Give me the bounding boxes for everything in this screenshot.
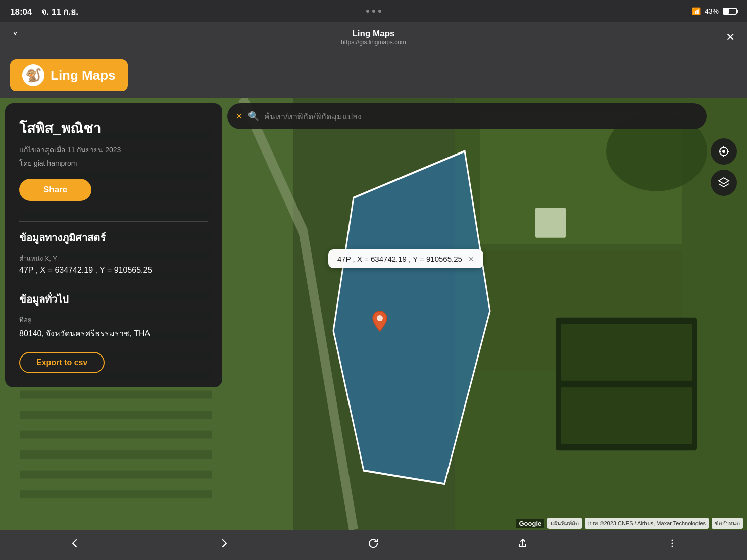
svg-point-36 <box>377 315 383 321</box>
edit-date: แก้ไขล่าสุดเมื่อ 11 กันยายน 2023 <box>19 144 208 156</box>
geo-section-title: ข้อมูลทางภูมิศาสตร์ <box>19 230 208 246</box>
app-header: 🐒 Ling Maps <box>0 53 747 98</box>
nav-forward-button[interactable] <box>209 534 240 556</box>
dot3 <box>378 10 381 13</box>
share-button[interactable]: Share <box>19 179 91 201</box>
layer-button[interactable] <box>711 170 737 196</box>
position-value: 47P , X = 634742.19 , Y = 910565.25 <box>19 266 208 275</box>
svg-rect-25 <box>561 324 692 381</box>
terms-button[interactable]: ข้อกำหนด <box>712 518 743 529</box>
svg-point-39 <box>672 546 673 547</box>
coord-text: 47P , X = 634742.19 , Y = 910565.25 <box>337 254 462 263</box>
address-value: 80140, จังหวัดนครศรีธรรมราช, THA <box>19 327 208 340</box>
svg-rect-23 <box>480 251 682 371</box>
search-icon: 🔍 <box>248 111 259 122</box>
svg-rect-18 <box>20 450 212 459</box>
dot2 <box>372 10 375 13</box>
nav-back-button[interactable] <box>59 534 90 556</box>
nav-refresh-button[interactable] <box>358 534 389 556</box>
bottom-nav <box>0 530 747 560</box>
location-pin <box>371 310 389 337</box>
app-logo[interactable]: 🐒 Ling Maps <box>10 59 128 91</box>
browser-chrome: ˅ Ling Maps https://gis.lingmaps.com ✕ <box>0 22 747 53</box>
svg-point-38 <box>672 543 673 544</box>
status-bar: 18:04 จ. 11 ก.ย. 📶 43% <box>0 0 747 22</box>
svg-rect-19 <box>20 471 212 479</box>
browser-back-button[interactable]: ˅ <box>12 30 18 44</box>
svg-rect-20 <box>20 490 212 498</box>
google-logo: Google <box>516 519 544 528</box>
divider-2 <box>19 283 208 283</box>
svg-rect-15 <box>20 391 212 399</box>
app-name: Ling Maps <box>51 68 116 83</box>
svg-rect-21 <box>455 98 747 530</box>
map-attribution: Google แผ้นพิมพ์ลัด ภาพ ©2023 CNES / Air… <box>516 518 743 529</box>
nav-menu-button[interactable] <box>657 534 688 556</box>
wifi-icon: 📶 <box>692 7 701 15</box>
info-panel: โสพิส_พณิชา แก้ไขล่าสุดเมื่อ 11 กันยายน … <box>5 103 222 387</box>
browser-title: Ling Maps <box>341 29 406 39</box>
author: โดย giat hamprom <box>19 158 208 169</box>
location-button[interactable] <box>711 138 737 165</box>
svg-point-37 <box>672 540 673 541</box>
svg-rect-26 <box>561 387 692 444</box>
svg-rect-17 <box>20 431 212 439</box>
battery-icon <box>723 8 737 15</box>
export-button[interactable]: Export to csv <box>19 352 105 373</box>
main-content: โสพิส_พณิชา แก้ไขล่าสุดเมื่อ 11 กันยายน … <box>0 98 747 530</box>
browser-url: https://gis.lingmaps.com <box>341 39 406 46</box>
print-shortcut[interactable]: แผ้นพิมพ์ลัด <box>547 518 582 529</box>
svg-point-31 <box>722 150 725 153</box>
monkey-icon: 🐒 <box>22 64 44 86</box>
svg-marker-28 <box>333 151 490 484</box>
svg-rect-24 <box>556 318 697 450</box>
copyright-info: ภาพ ©2023 CNES / Airbus, Maxar Technolog… <box>585 518 709 529</box>
search-close-button[interactable]: ✕ <box>235 111 243 122</box>
address-label: ที่อยู่ <box>19 315 208 325</box>
status-time: 18:04 จ. 11 ก.ย. <box>10 5 78 18</box>
search-bar: ✕ 🔍 ค้นหา/หาพิกัด/พิกัดมุมแปลง <box>227 103 707 129</box>
status-right: 📶 43% <box>692 7 737 15</box>
browser-dots <box>366 10 381 13</box>
divider-1 <box>19 221 208 222</box>
coord-tooltip: 47P , X = 634742.19 , Y = 910565.25 ✕ <box>328 249 483 268</box>
browser-title-area: Ling Maps https://gis.lingmaps.com <box>341 29 406 46</box>
svg-rect-16 <box>20 411 212 419</box>
svg-rect-29 <box>535 208 566 237</box>
parcel-title: โสพิส_พณิชา <box>19 117 208 139</box>
dot1 <box>366 10 369 13</box>
svg-rect-22 <box>480 111 682 244</box>
general-section-title: ข้อมูลทั่วไป <box>19 291 208 308</box>
search-placeholder[interactable]: ค้นหา/หาพิกัด/พิกัดมุมแปลง <box>264 110 699 123</box>
position-label: ตำแหน่ง X, Y <box>19 253 208 264</box>
browser-close-button[interactable]: ✕ <box>726 31 735 44</box>
coord-close-button[interactable]: ✕ <box>468 255 474 263</box>
nav-share-button[interactable] <box>507 534 538 556</box>
battery-percent: 43% <box>705 7 719 15</box>
map-controls <box>711 138 737 196</box>
